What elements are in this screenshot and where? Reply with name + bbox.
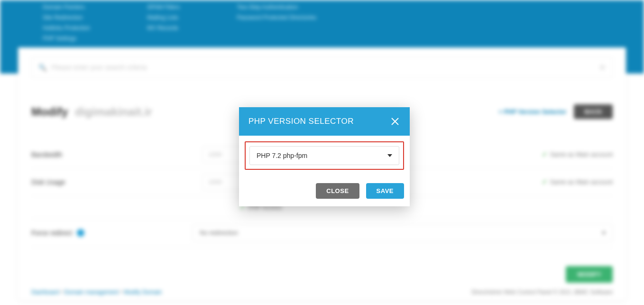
- close-icon[interactable]: [390, 116, 400, 127]
- nav-link[interactable]: Password Protected Directories: [237, 12, 316, 23]
- search-bar[interactable]: 🔍 Please enter your search criteria ⚙: [31, 57, 613, 78]
- copyright: DirectAdmin Web Control Panel © 2021 JBM…: [471, 289, 613, 296]
- footer: Dashboard • Domain management • Modify D…: [31, 289, 613, 296]
- close-button[interactable]: CLOSE: [316, 183, 359, 199]
- info-icon[interactable]: [77, 229, 84, 237]
- top-nav: Domain Pointers Site Redirection Hotlink…: [0, 0, 644, 74]
- search-placeholder: Please enter your search criteria: [51, 64, 147, 71]
- breadcrumb-link[interactable]: Modify Domain: [124, 289, 162, 296]
- domain-name: digimakinait.ir: [75, 105, 152, 118]
- modify-button[interactable]: MODIFY: [566, 266, 613, 283]
- back-button[interactable]: BACK: [574, 104, 613, 119]
- nav-link[interactable]: MX Records: [147, 23, 180, 33]
- modal-header: PHP VERSION SELECTOR: [239, 107, 410, 136]
- force-redirect-label: Force redirect: [31, 229, 193, 237]
- dropdown-selected-value: PHP 7.2 php-fpm: [257, 152, 307, 159]
- same-account-check: ✓Same as Main account: [542, 151, 613, 158]
- nav-link[interactable]: Mailing Lists: [147, 12, 180, 23]
- breadcrumb-link[interactable]: Dashboard: [31, 289, 59, 296]
- nav-link[interactable]: Domain Pointers: [43, 2, 90, 12]
- php-version-dropdown[interactable]: PHP 7.2 php-fpm: [249, 146, 399, 165]
- php-version-selector-link[interactable]: + PHP Version Selector: [498, 108, 566, 115]
- nav-link[interactable]: Site Redirection: [43, 12, 90, 23]
- nav-link[interactable]: Hotlinks Protection: [43, 23, 90, 33]
- dropdown-highlight: PHP 7.2 php-fpm: [245, 141, 404, 170]
- check-icon: ✓: [542, 151, 547, 158]
- nav-link[interactable]: SPAM Filters: [147, 2, 180, 12]
- chevron-down-icon: ▾: [602, 229, 606, 236]
- page-title: Modify digimakinait.ir: [31, 105, 152, 119]
- nav-link[interactable]: PHP Settings: [43, 33, 90, 44]
- disk-label: Disk Usage: [31, 178, 202, 186]
- bandwidth-label: Bandwidth: [31, 151, 202, 158]
- force-redirect-select[interactable]: No redirection ▾: [193, 224, 613, 241]
- chevron-down-icon: [387, 154, 392, 157]
- gear-icon[interactable]: ⚙: [599, 64, 606, 71]
- check-icon: ✓: [542, 178, 547, 185]
- breadcrumb-link[interactable]: Domain management: [64, 289, 119, 296]
- modal-title: PHP VERSION SELECTOR: [248, 117, 354, 126]
- nav-link[interactable]: Two-Step Authentication: [237, 2, 316, 12]
- same-account-check: ✓Same as Main account: [542, 178, 613, 185]
- php-version-selector-modal: PHP VERSION SELECTOR PHP 7.2 php-fpm CLO…: [239, 107, 410, 206]
- breadcrumb: Dashboard • Domain management • Modify D…: [31, 289, 162, 296]
- save-button[interactable]: SAVE: [366, 183, 404, 199]
- search-icon: 🔍: [38, 64, 46, 71]
